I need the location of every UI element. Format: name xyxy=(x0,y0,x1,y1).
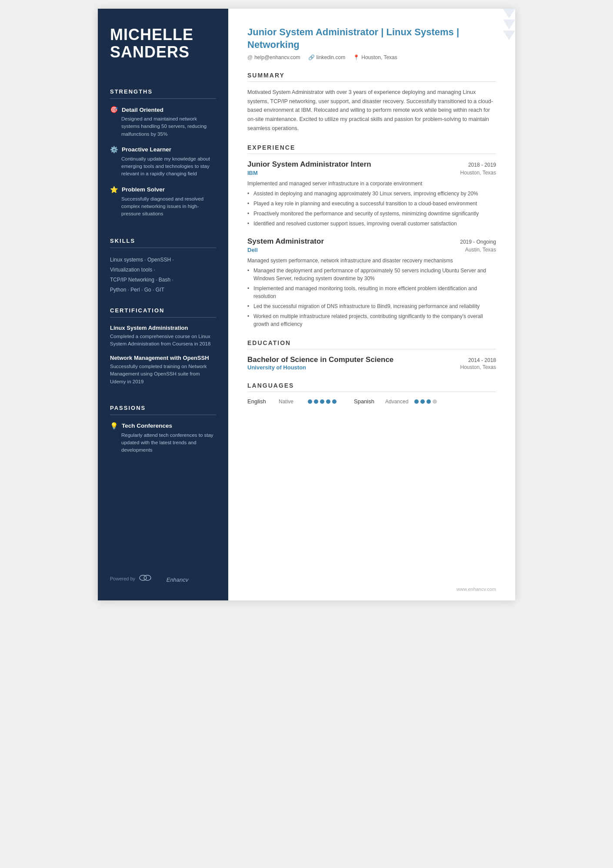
contact-email: @ help@enhancv.com xyxy=(247,54,300,60)
resume-container: MICHELLE SANDERS STRENGTHS 🎯 Detail Orie… xyxy=(98,9,515,600)
cert-title-2: Network Management with OpenSSH xyxy=(110,355,216,361)
dot-es-2 xyxy=(420,399,425,404)
strength-title-3: Problem Solver xyxy=(122,186,165,193)
exp-bullet-1-4: Identified and resolved customer support… xyxy=(247,220,496,228)
triangle-2 xyxy=(503,20,515,29)
candidate-name: MICHELLE SANDERS xyxy=(110,26,216,60)
lang-level-spanish: Advanced xyxy=(385,399,409,405)
languages-row: English Native Spanish Advanced xyxy=(247,398,496,405)
skills-row-2: Virtualization tools · xyxy=(110,265,216,275)
certification-title: CERTIFICATION xyxy=(110,307,216,314)
exp-bullet-1-3: Proactively monitored the performance an… xyxy=(247,210,496,218)
exp-bullet-2-1: Managed the deployment and performance o… xyxy=(247,267,496,282)
experience-divider xyxy=(247,154,496,154)
contact-row: @ help@enhancv.com 🔗 linkedin.com 📍 Hous… xyxy=(247,54,496,60)
education-item-1: Bachelor of Science in Computer Science … xyxy=(247,355,496,371)
exp-bullets-2: Managed the deployment and performance o… xyxy=(247,267,496,328)
exp-title-2: System Administrator xyxy=(247,237,324,246)
job-title: Junior System Administrator | Linux Syst… xyxy=(247,26,496,51)
lang-name-spanish: Spanish xyxy=(354,398,380,405)
lang-dots-spanish xyxy=(414,399,437,404)
skills-row-4: Python · Perl · Go · GIT xyxy=(110,285,216,295)
strengths-title: STRENGTHS xyxy=(110,88,216,95)
edu-school-1: University of Houston xyxy=(247,364,306,371)
exp-intro-2: Managed system performance, network infr… xyxy=(247,257,496,265)
email-icon: @ xyxy=(247,54,253,60)
exp-bullet-2-2: Implemented and managed monitoring tools… xyxy=(247,285,496,300)
cert-item-2: Network Management with OpenSSH Successf… xyxy=(110,355,216,385)
enhancv-logo: Enhancv xyxy=(139,574,188,583)
passion-desc-1: Regularly attend tech conferences to sta… xyxy=(121,432,216,454)
experience-section-title: EXPERIENCE xyxy=(247,144,496,151)
problem-solver-icon: ⭐ xyxy=(110,186,118,194)
dot-es-4 xyxy=(433,399,437,404)
cert-divider xyxy=(110,317,216,318)
dot-es-3 xyxy=(426,399,431,404)
exp-location-1: Houston, Texas xyxy=(460,170,496,177)
language-english: English Native xyxy=(247,398,336,405)
passion-title-1: Tech Conferences xyxy=(122,422,172,429)
exp-date-1: 2018 - 2019 xyxy=(468,162,496,168)
passions-list: 💡 Tech Conferences Regularly attend tech… xyxy=(110,422,216,461)
strength-title-2: Proactive Learner xyxy=(122,146,171,153)
exp-bullet-1-1: Assisted in deploying and managing appro… xyxy=(247,190,496,198)
strength-desc-1: Designed and maintained network systems … xyxy=(121,115,216,138)
passion-item-1: 💡 Tech Conferences Regularly attend tech… xyxy=(110,422,216,454)
triangle-3 xyxy=(503,30,515,40)
decorative-triangles xyxy=(503,9,515,40)
strength-item-2: ⚙️ Proactive Learner Continually update … xyxy=(110,146,216,178)
exp-company-1: IBM xyxy=(247,170,258,176)
strength-item-3: ⭐ Problem Solver Successfully diagnosed … xyxy=(110,186,216,218)
exp-company-2: Dell xyxy=(247,247,258,253)
powered-by-label: Powered by xyxy=(110,576,135,581)
exp-intro-1: Implemented and managed server infrastru… xyxy=(247,180,496,188)
skills-row-3: TCP/IP Networking · Bash · xyxy=(110,275,216,285)
strength-desc-3: Successfully diagnosed and resolved comp… xyxy=(121,195,216,218)
dot-en-2 xyxy=(314,399,318,404)
strength-item-1: 🎯 Detail Oriented Designed and maintaine… xyxy=(110,106,216,138)
edu-degree-1: Bachelor of Science in Computer Science xyxy=(247,355,393,364)
dot-en-1 xyxy=(308,399,312,404)
powered-by-footer: Powered by Enhancv xyxy=(110,561,216,583)
tech-conferences-icon: 💡 xyxy=(110,422,118,430)
lang-level-english: Native xyxy=(279,399,303,405)
cert-title-1: Linux System Administration xyxy=(110,325,216,331)
summary-divider xyxy=(247,81,496,82)
education-section-title: EDUCATION xyxy=(247,339,496,346)
summary-text: Motivated System Administrator with over… xyxy=(247,88,496,133)
exp-bullet-1-2: Played a key role in planning and execut… xyxy=(247,200,496,208)
location-icon: 📍 xyxy=(353,54,360,60)
svg-point-1 xyxy=(144,575,151,580)
strengths-list: 🎯 Detail Oriented Designed and maintaine… xyxy=(110,106,216,225)
strength-desc-2: Continually update my knowledge about em… xyxy=(121,155,216,178)
edu-location-1: Houston, Texas xyxy=(460,364,496,371)
dot-en-5 xyxy=(332,399,336,404)
dot-es-1 xyxy=(414,399,419,404)
experience-item-2: System Administrator 2019 - Ongoing Dell… xyxy=(247,237,496,328)
education-divider xyxy=(247,349,496,349)
edu-date-1: 2014 - 2018 xyxy=(468,357,496,363)
experience-item-1: Junior System Administrator Intern 2018 … xyxy=(247,160,496,228)
skills-divider xyxy=(110,248,216,248)
exp-location-2: Austin, Texas xyxy=(465,247,496,254)
skills-title: SKILLS xyxy=(110,238,216,244)
footer-url: www.enhancv.com xyxy=(456,586,496,592)
skills-row-1: Linux systems · OpenSSH · xyxy=(110,255,216,265)
cert-desc-2: Successfully completed training on Netwo… xyxy=(110,363,216,385)
lang-name-english: English xyxy=(247,398,273,405)
triangle-1 xyxy=(503,9,515,18)
strength-title-1: Detail Oriented xyxy=(122,107,163,113)
contact-location: 📍 Houston, Texas xyxy=(353,54,397,60)
certifications-list: Linux System Administration Completed a … xyxy=(110,325,216,392)
lang-dots-english xyxy=(308,399,336,404)
exp-bullet-2-4: Worked on multiple infrastructure relate… xyxy=(247,312,496,328)
main-content: Junior System Administrator | Linux Syst… xyxy=(228,9,515,600)
main-header: Junior System Administrator | Linux Syst… xyxy=(247,26,496,60)
languages-section-title: LANGUAGES xyxy=(247,382,496,389)
exp-bullets-1: Assisted in deploying and managing appro… xyxy=(247,190,496,228)
exp-date-2: 2019 - Ongoing xyxy=(460,239,496,245)
passions-title: PASSIONS xyxy=(110,405,216,411)
name-block: MICHELLE SANDERS xyxy=(110,26,216,60)
skills-list: Linux systems · OpenSSH · Virtualization… xyxy=(110,255,216,295)
dot-en-4 xyxy=(326,399,330,404)
